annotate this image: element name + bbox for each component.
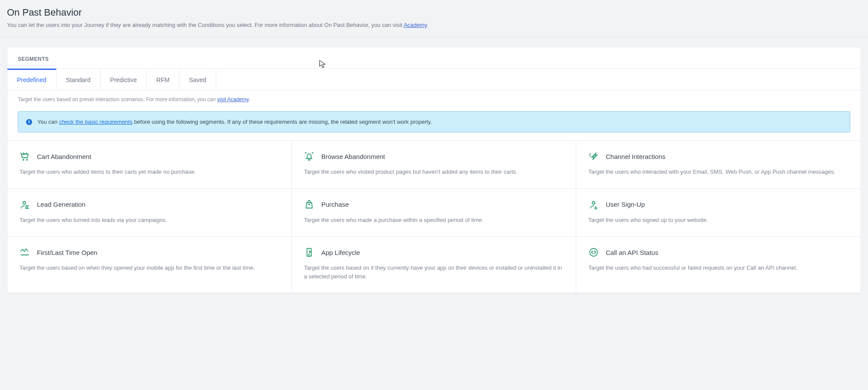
card-head: Channel Interactions (588, 151, 848, 162)
card-title: Call an API Status (606, 249, 658, 256)
card-desc: Target the users based on if they curren… (304, 264, 564, 281)
phone-icon (304, 247, 314, 258)
card-head: Purchase (304, 199, 564, 210)
tab-rfm[interactable]: RFM (147, 69, 179, 90)
info-text: You can check the basic requirements bef… (37, 119, 432, 125)
card-desc: Target the users who made a purchase wit… (304, 216, 564, 225)
card-head: User Sign-Up (588, 199, 848, 210)
card-desc: Target the users who had successful or f… (588, 264, 848, 272)
tab-desc-before: Target the users based on preset interac… (18, 96, 217, 102)
spark-icon (588, 151, 599, 162)
card-title: Cart Abandonment (37, 153, 91, 160)
segment-card-channel-interactions[interactable]: Channel Interactions Target the users wh… (576, 141, 861, 189)
card-desc: Target the users based on when they open… (20, 264, 279, 272)
card-desc: Target the users who interacted with you… (588, 168, 848, 176)
card-head: Lead Generation (20, 199, 279, 210)
bag-icon (304, 199, 314, 210)
page-header: On Past Behavior You can let the users i… (0, 0, 868, 37)
segment-card-lead-generation[interactable]: Lead Generation Target the users who tur… (7, 189, 292, 237)
card-head: Call an API Status (588, 247, 848, 258)
card-title: First/Last Time Open (37, 249, 97, 256)
tab-saved[interactable]: Saved (179, 69, 216, 90)
lead-icon (20, 199, 30, 210)
info-after: before using the following segments. If … (132, 119, 432, 125)
card-title: Browse Abandonment (321, 153, 385, 160)
page-title: On Past Behavior (7, 7, 861, 18)
card-desc: Target the users who visited product pag… (304, 168, 564, 176)
segment-card-call-api-status[interactable]: Call an API Status Target the users who … (576, 237, 861, 293)
api-icon (588, 247, 599, 258)
info-before: You can (37, 119, 59, 125)
card-desc: Target the users who added items to thei… (20, 168, 279, 176)
subtitle-text-before: You can let the users into your Journey … (7, 22, 404, 28)
tab-predictive[interactable]: Predictive (101, 69, 147, 90)
segment-card-user-signup[interactable]: User Sign-Up Target the users who signed… (576, 189, 861, 237)
info-banner: i You can check the basic requirements b… (18, 111, 850, 132)
card-desc: Target the users who turned into leads v… (20, 216, 279, 225)
card-desc: Target the users who signed up to your w… (588, 216, 848, 225)
segments-grid: Cart Abandonment Target the users who ad… (7, 140, 861, 293)
card-title: Lead Generation (37, 201, 86, 208)
segment-card-cart-abandonment[interactable]: Cart Abandonment Target the users who ad… (7, 141, 292, 189)
tab-standard[interactable]: Standard (56, 69, 101, 90)
card-title: Purchase (321, 201, 349, 208)
academy-link[interactable]: Academy (404, 22, 427, 28)
segment-card-purchase[interactable]: Purchase Target the users who made a pur… (292, 189, 576, 237)
card-head: Browse Abandonment (304, 151, 564, 162)
visit-academy-link[interactable]: visit Academy (217, 96, 248, 102)
card-head: App Lifecycle (304, 247, 564, 258)
card-head: Cart Abandonment (20, 151, 279, 162)
bell-icon (304, 151, 314, 162)
panel-label: SEGMENTS (7, 47, 861, 69)
segments-panel: SEGMENTS Predefined Standard Predictive … (7, 47, 861, 294)
info-icon: i (26, 119, 32, 125)
tabs: Predefined Standard Predictive RFM Saved (7, 69, 861, 90)
card-title: User Sign-Up (606, 201, 645, 208)
tab-desc-after: . (248, 96, 250, 102)
requirements-link[interactable]: check the basic requirements (59, 119, 132, 125)
page-subtitle: You can let the users into your Journey … (7, 22, 861, 28)
segment-card-browse-abandonment[interactable]: Browse Abandonment Target the users who … (292, 141, 576, 189)
card-title: Channel Interactions (606, 153, 666, 160)
cart-icon (20, 151, 30, 162)
tab-predefined[interactable]: Predefined (7, 69, 56, 90)
card-head: First/Last Time Open (20, 247, 279, 258)
card-title: App Lifecycle (321, 249, 360, 256)
segment-card-first-last-open[interactable]: First/Last Time Open Target the users ba… (7, 237, 292, 293)
subtitle-text-after: . (427, 22, 429, 28)
tab-description: Target the users based on preset interac… (7, 90, 861, 109)
user-add-icon (588, 199, 599, 210)
time-open-icon (20, 247, 30, 258)
segment-card-app-lifecycle[interactable]: App Lifecycle Target the users based on … (292, 237, 576, 293)
